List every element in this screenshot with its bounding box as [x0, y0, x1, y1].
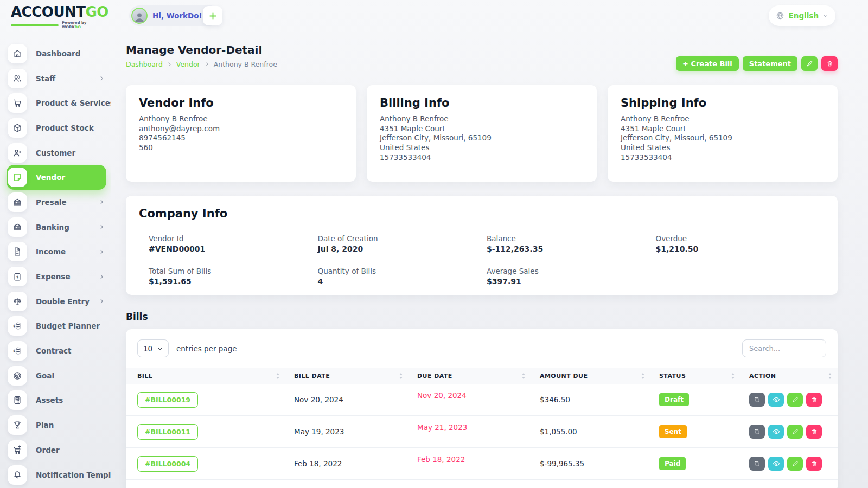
- delete-button[interactable]: [806, 393, 822, 407]
- sidebar-item-expense[interactable]: $ Expense: [0, 264, 111, 289]
- view-button[interactable]: [768, 457, 784, 471]
- sidebar-item-label: Product Stock: [36, 124, 94, 132]
- sidebar-item-income[interactable]: Income: [0, 240, 111, 265]
- cart-plus-icon: [8, 440, 27, 460]
- cube-icon: [8, 118, 27, 138]
- edit-button[interactable]: [787, 457, 803, 471]
- chevron-right-icon: [99, 224, 105, 230]
- bill-link[interactable]: #BILL00011: [137, 424, 198, 440]
- column-header-action[interactable]: ACTION: [749, 373, 776, 380]
- entries-per-page-select[interactable]: 10: [137, 339, 169, 357]
- due-date: Feb 18, 2022: [417, 455, 540, 464]
- sidebar-item-notification-template[interactable]: Notification Template: [0, 463, 111, 487]
- card-title: Shipping Info: [621, 97, 825, 110]
- sort-icon[interactable]: [828, 373, 832, 380]
- sidebar-item-presale[interactable]: Presale: [0, 190, 111, 215]
- column-header-amount-due[interactable]: AMOUNT DUE: [540, 373, 588, 380]
- column-header-bill-date[interactable]: BILL DATE: [294, 373, 330, 380]
- vendor-phone: 8974562145: [139, 133, 343, 143]
- shipping-phone: 15733533404: [621, 153, 825, 163]
- breadcrumb-vendor[interactable]: Vendor: [176, 60, 200, 68]
- bill-link[interactable]: #BILL00004: [137, 456, 198, 472]
- clipboard-dollar-icon: $: [8, 267, 27, 286]
- bills-section-title: Bills: [126, 311, 838, 322]
- column-header-due-date[interactable]: DUE DATE: [417, 373, 452, 380]
- edit-button[interactable]: [787, 425, 803, 439]
- card-title: Company Info: [139, 207, 825, 220]
- sort-icon[interactable]: [731, 373, 735, 380]
- sidebar-item-product-services[interactable]: Product & Services: [0, 91, 111, 115]
- chevron-right-icon: [99, 274, 105, 280]
- status-badge: Paid: [659, 457, 686, 470]
- sidebar-item-vendor[interactable]: Vendor: [7, 165, 106, 190]
- create-bill-button[interactable]: + Create Bill: [676, 56, 739, 71]
- bill-date: Feb 18, 2022: [294, 459, 417, 468]
- sidebar-item-label: Double Entry: [36, 297, 90, 306]
- bank-icon: [8, 217, 27, 237]
- sidebar-item-label: Staff: [36, 74, 55, 83]
- sidebar-item-order[interactable]: Order: [0, 438, 111, 463]
- view-button[interactable]: [768, 425, 784, 439]
- sidebar-item-plan[interactable]: Plan: [0, 413, 111, 438]
- sidebar-item-product-stock[interactable]: Product Stock: [0, 115, 111, 140]
- company-info-card: Company Info Vendor Id#VEND00001 Date of…: [126, 196, 838, 295]
- bills-table: BILL BILL DATE DUE DATE AMOUNT DUE STATU…: [126, 368, 838, 480]
- sidebar-item-double-entry[interactable]: Double Entry: [0, 289, 111, 314]
- vendor-info-card: Vendor Info Anthony B Renfroe anthony@da…: [126, 85, 356, 182]
- chevron-right-icon: [99, 298, 105, 304]
- sort-icon[interactable]: [521, 373, 526, 380]
- main-content: Manage Vendor-Detail Dashboard Vendor An…: [126, 33, 838, 488]
- search-input[interactable]: [742, 339, 826, 357]
- statement-button[interactable]: Statement: [743, 56, 797, 71]
- delete-button[interactable]: [806, 425, 822, 439]
- shipping-country: United States: [621, 143, 825, 153]
- status-badge: Draft: [659, 393, 689, 406]
- view-button[interactable]: [768, 393, 784, 407]
- column-header-bill[interactable]: BILL: [137, 373, 152, 380]
- sidebar-item-customer[interactable]: Customer: [0, 140, 111, 165]
- sidebar-item-dashboard[interactable]: Dashboard: [0, 41, 111, 66]
- sidebar-item-budget-planner[interactable]: $ Budget Planner: [0, 314, 111, 339]
- sort-icon[interactable]: [276, 373, 280, 380]
- brand-logo[interactable]: ACCOUNTGO Powered by WORKDO: [11, 5, 103, 29]
- delete-button[interactable]: [806, 457, 822, 471]
- language-label: English: [789, 11, 819, 20]
- svg-text:$: $: [13, 349, 15, 352]
- sidebar-item-label: Dashboard: [36, 49, 80, 58]
- sort-icon[interactable]: [399, 373, 403, 380]
- edit-button[interactable]: [787, 393, 803, 407]
- field-total-sum-of-bills: Total Sum of Bills$1,591.65: [149, 267, 318, 286]
- sidebar-item-label: Assets: [36, 396, 63, 404]
- field-overdue: Overdue$1,210.50: [656, 234, 825, 253]
- sidebar-item-label: Presale: [36, 198, 67, 207]
- cart-icon: [8, 93, 27, 113]
- sidebar-item-label: Customer: [36, 149, 75, 157]
- chevron-right-icon: [205, 62, 209, 67]
- quick-add-button[interactable]: [203, 6, 222, 25]
- breadcrumb-dashboard[interactable]: Dashboard: [126, 60, 163, 68]
- sort-icon[interactable]: [641, 373, 645, 380]
- avatar: [131, 8, 148, 24]
- plus-icon: [208, 11, 218, 21]
- sidebar-item-assets[interactable]: Assets: [0, 388, 111, 413]
- sidebar-item-contract[interactable]: $ Contract: [0, 338, 111, 363]
- chevron-down-icon: [157, 346, 163, 351]
- delete-vendor-button[interactable]: [821, 56, 838, 71]
- users-icon: [8, 69, 27, 88]
- language-selector[interactable]: English: [769, 5, 835, 26]
- column-header-status[interactable]: STATUS: [659, 373, 686, 380]
- vendor-number: 560: [139, 143, 343, 153]
- duplicate-button[interactable]: [749, 425, 765, 439]
- sidebar-item-goal[interactable]: Goal: [0, 363, 111, 388]
- sidebar-item-banking[interactable]: Banking: [0, 215, 111, 240]
- sidebar: Dashboard Staff Product & Services Produ…: [0, 34, 111, 488]
- sidebar-item-staff[interactable]: Staff: [0, 66, 111, 91]
- amount-due: $-99,965.35: [540, 459, 659, 468]
- globe-icon: [776, 11, 784, 20]
- duplicate-button[interactable]: [749, 393, 765, 407]
- sidebar-item-label: Budget Planner: [36, 322, 100, 330]
- duplicate-button[interactable]: [749, 457, 765, 471]
- edit-vendor-button[interactable]: [801, 56, 818, 71]
- sidebar-item-label: Goal: [36, 371, 54, 380]
- bill-link[interactable]: #BILL00019: [137, 392, 198, 408]
